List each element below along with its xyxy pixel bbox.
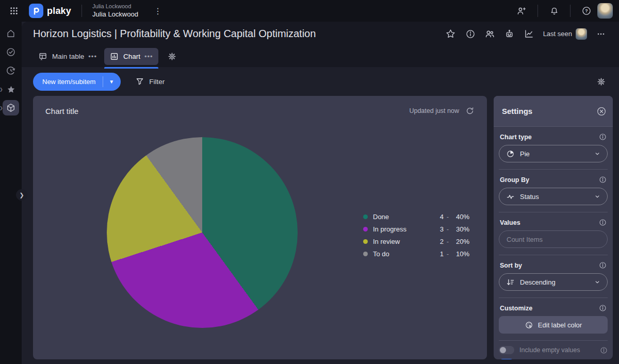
nav-divider [82, 5, 82, 17]
board-activity-icon[interactable] [522, 26, 537, 42]
sort-by-dropdown[interactable]: Descending [499, 273, 608, 291]
group-by-label: Group By [500, 176, 529, 184]
kebab-menu-icon[interactable]: ⋮ [149, 6, 167, 16]
customize-label: Customize [500, 305, 532, 312]
legend-separator: - [444, 250, 452, 258]
filter-button[interactable]: Filter [135, 77, 165, 86]
tab-options-icon[interactable]: ••• [144, 53, 153, 60]
info-icon[interactable] [600, 359, 608, 360]
section-group-by: Group By [499, 170, 608, 212]
sort-descending-icon [506, 278, 515, 287]
sidebar-item-starred[interactable]: ❯ [3, 81, 19, 97]
plaky-logo[interactable]: plaky [29, 4, 71, 18]
sidebar-expand-button[interactable]: ❯ [16, 189, 27, 201]
sidebar-item-boards[interactable]: ❯ [3, 100, 19, 115]
user-avatar[interactable] [597, 3, 613, 19]
last-seen-label: Last seen [543, 30, 572, 38]
sidebar-item-time-tracking[interactable] [3, 63, 19, 78]
chevron-right-icon: ❯ [0, 87, 3, 92]
board-title: Horizon Logistics | Profitability & Work… [33, 28, 316, 40]
values-label: Values [500, 219, 520, 226]
legend-count: 1 [435, 250, 444, 258]
sidebar-item-my-tasks[interactable] [3, 44, 19, 60]
favorite-star-icon[interactable] [443, 26, 459, 42]
automations-robot-icon[interactable] [502, 26, 517, 42]
tab-chart[interactable]: Chart ••• [104, 48, 158, 65]
last-seen-avatar [576, 28, 587, 40]
chevron-down-icon [594, 150, 601, 157]
group-by-dropdown[interactable]: Status [499, 188, 608, 205]
top-nav: plaky Julia Lockwood Julia Lockwood ⋮ [0, 0, 619, 22]
settings-title: Settings [502, 107, 532, 115]
edit-label-color-button[interactable]: Edit label color [499, 316, 608, 334]
last-seen[interactable]: Last seen [543, 28, 587, 40]
settings-toggles: Include empty values Include Subitems [499, 341, 608, 359]
info-icon[interactable] [600, 346, 608, 354]
chevron-down-icon [594, 278, 601, 286]
sort-by-label: Sort by [500, 262, 522, 269]
legend-count: 4 [435, 213, 444, 221]
tab-options-icon[interactable]: ••• [88, 53, 97, 60]
chart-type-value: Pie [520, 150, 530, 158]
apps-grid-icon[interactable] [6, 3, 22, 19]
palette-icon [525, 321, 533, 329]
legend-label: To do [373, 250, 435, 258]
section-customize: Customize [499, 298, 608, 341]
legend-percent: 40% [452, 213, 469, 221]
tab-label: Main table [52, 53, 84, 60]
view-settings-gear-icon[interactable] [593, 74, 609, 89]
legend-count: 2 [435, 238, 444, 245]
values-input[interactable] [499, 230, 608, 248]
legend-dot [363, 239, 368, 244]
new-item-button[interactable]: New item/subitem ▼ [33, 73, 121, 91]
chart-card: Chart title Updated just now [33, 96, 487, 359]
edit-label-color-label: Edit label color [538, 321, 582, 329]
legend-label: In review [373, 238, 435, 245]
board-more-icon[interactable] [593, 26, 609, 42]
chart-title: Chart title [45, 107, 78, 115]
chart-tab-icon [109, 52, 119, 61]
tab-main-table[interactable]: Main table ••• [33, 48, 102, 65]
include-subitems-toggle[interactable] [499, 359, 514, 359]
info-icon[interactable] [599, 219, 607, 226]
invite-user-icon[interactable] [514, 3, 529, 19]
views-settings-gear-icon[interactable] [165, 49, 180, 64]
section-values: Values [499, 212, 608, 255]
sidebar-item-home[interactable] [3, 26, 19, 41]
toolbar: New item/subitem ▼ Filter [22, 67, 619, 96]
new-item-caret-icon[interactable]: ▼ [103, 73, 121, 91]
filter-label: Filter [149, 78, 165, 86]
new-item-label: New item/subitem [33, 73, 103, 91]
board-members-icon[interactable] [482, 26, 498, 42]
include-empty-values-toggle[interactable] [499, 346, 514, 354]
legend-row[interactable]: Done 4 - 40% [363, 210, 469, 223]
info-icon[interactable] [599, 261, 607, 269]
info-icon[interactable] [599, 304, 607, 312]
legend-dot [363, 227, 368, 231]
close-icon[interactable] [596, 106, 607, 117]
filter-funnel-icon [135, 77, 144, 86]
svg-text:?: ? [585, 8, 588, 13]
help-icon[interactable]: ? [579, 3, 594, 19]
include-empty-values-label: Include empty values [519, 346, 580, 354]
legend-row[interactable]: In review 2 - 20% [363, 235, 469, 247]
board-info-icon[interactable] [463, 26, 478, 42]
refresh-icon[interactable] [465, 106, 475, 115]
workspace-switcher[interactable]: Julia Lockwood Julia Lockwood [92, 3, 138, 19]
legend-label: Done [373, 213, 435, 221]
legend-row[interactable]: To do 1 - 10% [363, 247, 469, 260]
chevron-right-icon: ❯ [0, 106, 3, 110]
chart-type-dropdown[interactable]: Pie [499, 145, 608, 162]
pie-chart[interactable] [107, 137, 298, 328]
main-panel: Horizon Logistics | Profitability & Work… [22, 22, 619, 364]
legend-label: In progress [373, 225, 435, 233]
view-content: New item/subitem ▼ Filter [22, 67, 619, 364]
notifications-bell-icon[interactable] [546, 3, 562, 19]
info-icon[interactable] [599, 133, 607, 141]
info-icon[interactable] [599, 176, 607, 184]
view-tabs: Main table ••• Chart ••• [22, 46, 619, 67]
chevron-down-icon [594, 193, 601, 200]
section-chart-type: Chart type [499, 127, 608, 170]
legend-row[interactable]: In progress 3 - 30% [363, 223, 469, 235]
legend-percent: 30% [452, 225, 469, 233]
